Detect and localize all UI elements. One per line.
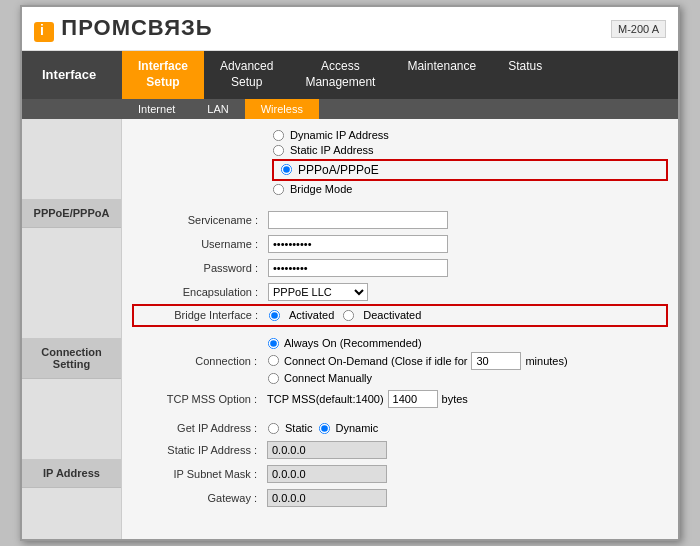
bytes-label: bytes <box>442 393 468 405</box>
logo: ПРОМСВЯЗЬ <box>34 15 213 42</box>
radio-static-label: Static IP Address <box>290 144 374 156</box>
subtab-wireless[interactable]: Wireless <box>245 99 319 119</box>
dynamic-ip-mode-radio[interactable] <box>318 422 329 433</box>
radio-bridge: Bridge Mode <box>272 183 668 196</box>
on-demand-label: Connect On-Demand (Close if idle for <box>284 355 467 367</box>
tcp-mss-description: TCP MSS(default:1400) <box>267 393 384 405</box>
subnet-mask-label: IP Subnet Mask : <box>132 462 262 486</box>
minutes-label: minutes) <box>525 355 567 367</box>
bridge-interface-row: Bridge Interface : Activated Deactivated <box>133 305 667 326</box>
sidebar-item-connection: Connection Setting <box>22 338 121 379</box>
static-ip-input[interactable] <box>267 441 387 459</box>
get-ip-cell: Static Dynamic <box>262 419 668 438</box>
bridge-interface-label: Bridge Interface : <box>133 305 263 326</box>
username-row: Username : <box>133 232 667 256</box>
radio-pppoa-highlighted: PPPoA/PPPoE <box>272 159 668 181</box>
sidebar: PPPoE/PPPoA Connection Setting IP Addres… <box>22 119 122 539</box>
main-content: Dynamic IP Address Static IP Address PPP… <box>122 119 678 539</box>
ip-address-section: Get IP Address : Static Dynamic Static I… <box>132 419 668 510</box>
tcp-mss-cell: TCP MSS(default:1400) bytes <box>262 387 668 411</box>
tab-access-management[interactable]: AccessManagement <box>289 51 391 98</box>
connection-setting-section: Connection : Always On (Recommended) Con… <box>132 335 668 411</box>
always-on-row: Always On (Recommended) <box>267 337 663 350</box>
subnet-mask-row: IP Subnet Mask : <box>132 462 668 486</box>
tab-maintenance[interactable]: Maintenance <box>391 51 492 98</box>
connection-mode-section: Dynamic IP Address Static IP Address PPP… <box>132 125 668 200</box>
radio-bridge-input[interactable] <box>273 183 284 194</box>
encapsulation-label: Encapsulation : <box>133 280 263 305</box>
servicename-cell <box>263 208 667 232</box>
manually-row: Connect Manually <box>267 372 663 385</box>
servicename-input[interactable] <box>268 211 448 229</box>
sidebar-item-pppoe: PPPoE/PPPoA <box>22 199 121 228</box>
gateway-label: Gateway : <box>132 486 262 510</box>
radio-static-input[interactable] <box>273 144 284 155</box>
username-input[interactable] <box>268 235 448 253</box>
servicename-label: Servicename : <box>133 208 263 232</box>
servicename-row: Servicename : <box>133 208 667 232</box>
connection-form-table: Connection : Always On (Recommended) Con… <box>132 335 668 411</box>
radio-dynamic-label: Dynamic IP Address <box>290 129 389 141</box>
bridge-interface-cell: Activated Deactivated <box>263 306 666 325</box>
radio-dynamic: Dynamic IP Address <box>272 129 668 142</box>
gateway-input[interactable] <box>267 489 387 507</box>
manually-radio[interactable] <box>268 372 279 383</box>
nav-tabs: InterfaceSetup AdvancedSetup AccessManag… <box>122 51 678 98</box>
sidebar-item-ipaddress: IP Address <box>22 459 121 488</box>
tab-advanced-setup[interactable]: AdvancedSetup <box>204 51 289 98</box>
radio-pppoa-label: PPPoA/PPPoE <box>298 163 379 177</box>
password-label: Password : <box>133 256 263 280</box>
encapsulation-select[interactable]: PPPoE LLC PPPoE VC PPPoA LLC PPPoA VC <box>268 283 368 301</box>
static-ip-label: Static IP Address : <box>132 438 262 462</box>
manually-label: Connect Manually <box>284 372 372 384</box>
logo-text: ПРОМСВЯЗЬ <box>61 15 212 40</box>
ip-form-table: Get IP Address : Static Dynamic Static I… <box>132 419 668 510</box>
always-on-radio[interactable] <box>268 337 279 348</box>
gateway-cell <box>262 486 668 510</box>
dynamic-ip-mode-label: Dynamic <box>336 422 379 434</box>
gateway-row: Gateway : <box>132 486 668 510</box>
on-demand-radio[interactable] <box>268 355 279 366</box>
connection-mode-radios: Dynamic IP Address Static IP Address PPP… <box>132 125 668 200</box>
subnet-mask-input[interactable] <box>267 465 387 483</box>
pppoe-section: Servicename : Username : Password : <box>132 208 668 327</box>
radio-static: Static IP Address <box>272 144 668 157</box>
bridge-deactivated-label: Deactivated <box>363 309 421 321</box>
connection-row: Connection : Always On (Recommended) Con… <box>132 335 668 387</box>
main-nav: Interface InterfaceSetup AdvancedSetup A… <box>22 51 678 98</box>
username-label: Username : <box>133 232 263 256</box>
get-ip-label: Get IP Address : <box>132 419 262 438</box>
on-demand-row: Connect On-Demand (Close if idle for min… <box>267 352 663 370</box>
content-area: PPPoE/PPPoA Connection Setting IP Addres… <box>22 119 678 539</box>
sub-nav: Internet LAN Wireless <box>22 99 678 119</box>
pppoe-form-table: Servicename : Username : Password : <box>132 208 668 327</box>
tcp-mss-label: TCP MSS Option : <box>132 387 262 411</box>
radio-bridge-label: Bridge Mode <box>290 183 352 195</box>
bridge-activated-radio[interactable] <box>269 309 280 320</box>
connection-options-cell: Always On (Recommended) Connect On-Deman… <box>262 335 668 387</box>
logo-icon <box>34 22 54 42</box>
subtab-lan[interactable]: LAN <box>191 99 244 119</box>
password-input[interactable] <box>268 259 448 277</box>
static-ip-cell <box>262 438 668 462</box>
password-row: Password : <box>133 256 667 280</box>
encapsulation-cell: PPPoE LLC PPPoE VC PPPoA LLC PPPoA VC <box>263 280 667 305</box>
tcp-mss-row: TCP MSS Option : TCP MSS(default:1400) b… <box>132 387 668 411</box>
nav-interface-label: Interface <box>22 51 122 98</box>
subnet-mask-cell <box>262 462 668 486</box>
idle-minutes-input[interactable] <box>471 352 521 370</box>
tab-status[interactable]: Status <box>492 51 558 98</box>
tcp-mss-input[interactable] <box>388 390 438 408</box>
header: ПРОМСВЯЗЬ M-200 A <box>22 7 678 51</box>
model-badge: M-200 A <box>611 20 666 38</box>
radio-pppoa-input[interactable] <box>281 164 292 175</box>
static-ip-mode-radio[interactable] <box>268 422 279 433</box>
bridge-activated-label: Activated <box>289 309 334 321</box>
subtab-internet[interactable]: Internet <box>122 99 191 119</box>
radio-dynamic-input[interactable] <box>273 129 284 140</box>
always-on-label: Always On (Recommended) <box>284 337 422 349</box>
connection-label: Connection : <box>132 335 262 387</box>
tab-interface-setup[interactable]: InterfaceSetup <box>122 51 204 98</box>
bridge-deactivated-radio[interactable] <box>343 309 354 320</box>
encapsulation-row: Encapsulation : PPPoE LLC PPPoE VC PPPoA… <box>133 280 667 305</box>
